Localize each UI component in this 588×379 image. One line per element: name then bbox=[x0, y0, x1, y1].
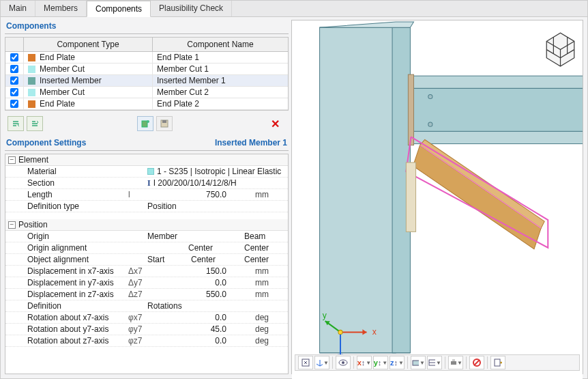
close-icon: ✕ bbox=[271, 117, 280, 130]
components-table: Component Type Component Name End PlateE… bbox=[5, 37, 289, 111]
library-button[interactable] bbox=[137, 116, 153, 131]
svg-rect-10 bbox=[410, 76, 583, 88]
svg-rect-11 bbox=[410, 131, 583, 143]
vp-wireframe-button[interactable]: ▼ bbox=[427, 356, 442, 369]
svg-rect-12 bbox=[410, 88, 583, 131]
prop-rot-y[interactable]: Rotation about y7-axis φy7 45.0 deg bbox=[5, 324, 288, 335]
left-column: Components Component Type Component Name… bbox=[5, 20, 289, 374]
svg-rect-41 bbox=[495, 359, 500, 366]
axis-y-label: y bbox=[323, 311, 327, 320]
svg-point-14 bbox=[428, 122, 432, 126]
color-swatch-icon bbox=[28, 89, 35, 96]
table-row[interactable]: Member CutMember Cut 2 bbox=[5, 87, 288, 98]
model-render: x y z bbox=[292, 20, 583, 379]
row-type: Member Cut bbox=[40, 64, 85, 74]
row-checkbox[interactable] bbox=[10, 76, 18, 85]
row-checkbox[interactable] bbox=[10, 53, 18, 61]
prop-object-alignment[interactable]: Object alignment StartCenter Center bbox=[5, 254, 288, 266]
svg-rect-37 bbox=[451, 361, 456, 365]
row-checkbox[interactable] bbox=[10, 88, 18, 96]
viewport-toolbar: ▼ x↕▼ y↕▼ z↕▼ ▼ ▼ ▼ bbox=[295, 354, 580, 371]
svg-point-13 bbox=[428, 95, 432, 99]
table-row[interactable]: End PlateEnd Plate 2 bbox=[5, 98, 288, 110]
prop-material[interactable]: Material 1 - S235 | Isotropic | Linear E… bbox=[5, 166, 288, 178]
tabbar: Main Members Components Plausibility Che… bbox=[1, 1, 587, 17]
group-position[interactable]: − Position bbox=[5, 219, 288, 231]
table-row[interactable]: End PlateEnd Plate 1 bbox=[5, 52, 288, 64]
vp-axis-button[interactable]: ▼ bbox=[314, 356, 329, 369]
prop-rot-x[interactable]: Rotation about x7-axis φx7 0.0 deg bbox=[5, 312, 288, 324]
group-element[interactable]: − Element bbox=[5, 154, 288, 166]
delete-button[interactable]: ✕ bbox=[267, 116, 283, 131]
row-type: Inserted Member bbox=[40, 76, 102, 85]
tab-main[interactable]: Main bbox=[1, 1, 35, 16]
table-row[interactable]: Inserted MemberInserted Member 1 bbox=[5, 75, 288, 87]
settings-grid: − Element Material 1 - S235 | Isotropic … bbox=[5, 154, 289, 374]
row-name: End Plate 1 bbox=[153, 52, 288, 63]
row-name: Inserted Member 1 bbox=[153, 75, 288, 86]
row-name: Member Cut 1 bbox=[153, 64, 288, 74]
prop-rot-z[interactable]: Rotation about z7-axis φz7 0.0 deg bbox=[5, 335, 288, 347]
viewport-3d[interactable]: x y z ▼ x↕▼ y↕▼ z↕▼ ▼ ▼ ▼ bbox=[291, 20, 583, 374]
tab-plausibility[interactable]: Plausibility Check bbox=[151, 1, 232, 16]
vp-fit-button[interactable] bbox=[298, 356, 313, 369]
svg-point-30 bbox=[338, 330, 342, 334]
svg-rect-38 bbox=[452, 359, 455, 361]
row-type: End Plate bbox=[40, 99, 75, 109]
move-down-button[interactable] bbox=[27, 116, 43, 131]
vp-detach-button[interactable] bbox=[490, 356, 505, 369]
settings-title: Component Settings Inserted Member 1 bbox=[5, 137, 289, 151]
components-header: Component Type Component Name bbox=[5, 38, 288, 52]
prop-origin-alignment[interactable]: Origin alignment Center Center bbox=[5, 242, 288, 254]
svg-rect-18 bbox=[406, 163, 415, 231]
tab-members[interactable]: Members bbox=[35, 1, 87, 16]
settings-title-label: Component Settings bbox=[6, 138, 86, 148]
svg-rect-3 bbox=[162, 120, 166, 123]
vp-render-mode-button[interactable]: ▼ bbox=[411, 356, 426, 369]
i-section-icon: I bbox=[147, 178, 151, 188]
prop-disp-y[interactable]: Displacement in y7-axis Δy7 0.0 mm bbox=[5, 277, 288, 289]
collapse-icon: − bbox=[8, 221, 16, 229]
row-checkbox[interactable] bbox=[10, 65, 18, 73]
vp-x-axis-button[interactable]: x↕▼ bbox=[357, 356, 372, 369]
color-swatch-icon bbox=[28, 66, 35, 73]
prop-disp-x[interactable]: Displacement in x7-axis Δx7 150.0 mm bbox=[5, 266, 288, 277]
components-toolbar: ✕ bbox=[5, 113, 289, 134]
row-type: Member Cut bbox=[40, 87, 85, 97]
components-title: Components bbox=[5, 20, 289, 34]
svg-point-33 bbox=[342, 361, 344, 364]
axis-x-label: x bbox=[372, 327, 377, 337]
prop-length[interactable]: Length l 750.0 mm bbox=[5, 189, 288, 201]
save-component-button[interactable] bbox=[156, 116, 173, 131]
col-component-type[interactable]: Component Type bbox=[23, 38, 153, 51]
row-type: End Plate bbox=[40, 53, 75, 62]
prop-origin[interactable]: Origin Member Beam bbox=[5, 231, 288, 242]
svg-line-40 bbox=[474, 360, 480, 365]
prop-disp-z[interactable]: Displacement in z7-axis Δz7 550.0 mm bbox=[5, 289, 288, 300]
prop-deftype[interactable]: Definition type Position bbox=[5, 201, 288, 212]
tab-components[interactable]: Components bbox=[87, 1, 151, 17]
vp-print-button[interactable]: ▼ bbox=[448, 356, 463, 369]
svg-rect-0 bbox=[142, 121, 147, 127]
prop-definition[interactable]: Definition Rotations bbox=[5, 300, 288, 312]
prop-section[interactable]: Section II 200/200/10/14/12/8/H bbox=[5, 178, 288, 189]
vp-cancel-button[interactable] bbox=[469, 356, 484, 369]
vp-z-axis-button[interactable]: z↕▼ bbox=[389, 356, 405, 369]
row-name: Member Cut 2 bbox=[153, 87, 288, 98]
svg-marker-42 bbox=[501, 361, 502, 364]
vp-y-axis-button[interactable]: y↕▼ bbox=[373, 356, 388, 369]
move-up-button[interactable] bbox=[8, 116, 24, 131]
collapse-icon: − bbox=[8, 156, 16, 164]
row-checkbox[interactable] bbox=[10, 100, 18, 108]
material-swatch-icon bbox=[147, 168, 154, 175]
svg-point-1 bbox=[147, 120, 149, 123]
content-area: Components Component Type Component Name… bbox=[1, 17, 587, 378]
col-component-name[interactable]: Component Name bbox=[153, 38, 288, 51]
row-name: End Plate 2 bbox=[153, 98, 288, 109]
app-window: Main Members Components Plausibility Che… bbox=[0, 0, 588, 379]
table-row[interactable]: Member CutMember Cut 1 bbox=[5, 64, 288, 75]
svg-rect-34 bbox=[413, 361, 419, 365]
settings-subject: Inserted Member 1 bbox=[215, 138, 287, 148]
vp-view-button[interactable] bbox=[336, 356, 351, 369]
color-swatch-icon bbox=[28, 54, 35, 61]
